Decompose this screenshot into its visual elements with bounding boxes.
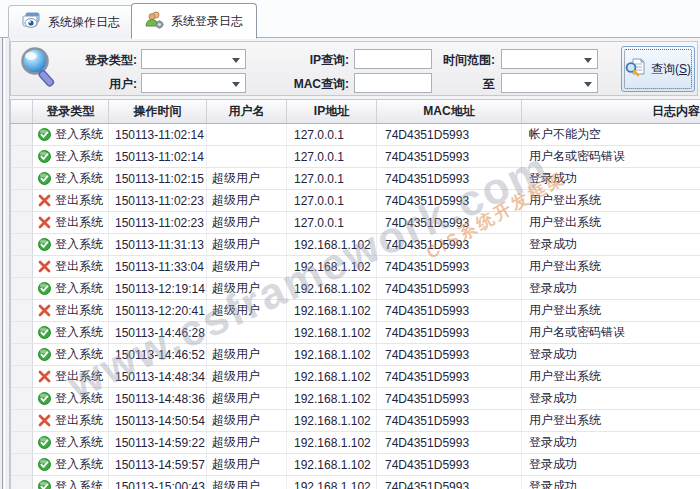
login-type-cell: 登出系统 [33,190,109,211]
login-type-cell: 登入系统 [33,168,109,189]
check-circle-icon [38,238,51,251]
ip-address-cell: 127.0.0.1 [287,212,377,233]
table-row[interactable]: 登入系统150113-11:02:15超级用户127.0.0.174D4351D… [11,168,700,190]
username-cell: 超级用户 [207,168,287,189]
table-header-row: 登录类型 操作时间 用户名 IP地址 MAC地址 日志内容 [11,100,700,124]
operation-time-cell: 150113-11:02:14 [109,124,207,145]
tab-bar: 系统操作日志 系统登录日志 [0,0,700,38]
log-content-cell: 登录成功 [522,388,700,409]
query-button[interactable]: 查询(S) [621,46,695,92]
log-content-cell: 登录成功 [522,454,700,475]
tab-system-operation-log[interactable]: 系统操作日志 [8,5,134,38]
mac-address-cell: 74D4351D5993 [377,212,522,233]
username-cell: 超级用户 [207,388,287,409]
mac-address-cell: 74D4351D5993 [377,146,522,167]
log-content-cell: 用户登出系统 [522,256,700,277]
username-cell: 超级用户 [207,256,287,277]
ip-address-cell: 127.0.0.1 [287,168,377,189]
login-type-cell: 登入系统 [33,322,109,343]
mac-address-cell: 74D4351D5993 [377,278,522,299]
username-cell [207,124,287,145]
table-row[interactable]: 登出系统150113-11:02:23超级用户127.0.0.174D4351D… [11,212,700,234]
username-cell [207,322,287,343]
header-mac-address[interactable]: MAC地址 [377,100,522,123]
row-selector-cell [11,322,33,343]
login-type-cell: 登入系统 [33,476,109,489]
table-row[interactable]: 登出系统150113-14:50:54超级用户192.168.1.10274D4… [11,410,700,432]
mac-address-cell: 74D4351D5993 [377,454,522,475]
operation-time-cell: 150113-11:02:14 [109,146,207,167]
cross-icon [38,370,51,383]
table-row[interactable]: 登入系统150113-14:59:57超级用户192.168.1.10274D4… [11,454,700,476]
splitter-grip-icon [2,38,5,489]
header-operation-time[interactable]: 操作时间 [109,100,207,123]
header-ip-address[interactable]: IP地址 [287,100,377,123]
cross-icon [38,260,51,273]
check-circle-icon [38,392,51,405]
ip-address-cell: 192.168.1.102 [287,388,377,409]
header-username[interactable]: 用户名 [207,100,287,123]
tab-system-login-log[interactable]: 系统登录日志 [131,3,257,39]
operation-time-cell: 150113-14:59:22 [109,432,207,453]
table-row[interactable]: 登入系统150113-14:46:28192.168.1.10274D4351D… [11,322,700,344]
window-eye-icon [22,12,42,32]
ip-address-cell: 192.168.1.102 [287,322,377,343]
time-from-select[interactable] [501,49,598,69]
username-cell: 超级用户 [207,234,287,255]
ip-address-cell: 192.168.1.102 [287,344,377,365]
mac-address-cell: 74D4351D5993 [377,256,522,277]
ip-query-label: IP查询: [261,51,349,69]
login-type-cell: 登入系统 [33,124,109,145]
login-type-cell: 登入系统 [33,454,109,475]
username-cell: 超级用户 [207,344,287,365]
ip-address-cell: 192.168.1.102 [287,300,377,321]
left-splitter[interactable] [0,38,10,489]
time-to-select[interactable] [501,73,598,93]
table-row[interactable]: 登入系统150113-14:59:22超级用户192.168.1.10274D4… [11,432,700,454]
username-cell: 超级用户 [207,190,287,211]
login-type-label: 登录类型: [71,51,137,69]
login-log-table: 登录类型 操作时间 用户名 IP地址 MAC地址 日志内容 登入系统150113… [10,99,700,489]
header-login-type[interactable]: 登录类型 [33,100,109,123]
table-row[interactable]: 登入系统150113-11:02:14127.0.0.174D4351D5993… [11,146,700,168]
query-button-label: 查询(S) [651,61,691,78]
table-row[interactable]: 登入系统150113-15:00:43超级用户192.168.1.10274D4… [11,476,700,489]
row-selector-cell [11,366,33,387]
chevron-down-icon [584,82,592,87]
row-selector-cell [11,410,33,431]
ip-address-cell: 192.168.1.102 [287,454,377,475]
row-selector-header [11,100,33,123]
table-row[interactable]: 登入系统150113-11:31:13超级用户192.168.1.10274D4… [11,234,700,256]
table-row[interactable]: 登出系统150113-12:20:41超级用户192.168.1.10274D4… [11,300,700,322]
ip-address-cell: 192.168.1.102 [287,278,377,299]
operation-time-cell: 150113-12:20:41 [109,300,207,321]
table-row[interactable]: 登出系统150113-11:02:23超级用户127.0.0.174D4351D… [11,190,700,212]
table-row[interactable]: 登入系统150113-14:48:36超级用户192.168.1.10274D4… [11,388,700,410]
check-circle-icon [38,348,51,361]
table-row[interactable]: 登出系统150113-11:33:04超级用户192.168.1.10274D4… [11,256,700,278]
check-circle-icon [38,150,51,163]
check-circle-icon [38,480,51,489]
login-type-cell: 登入系统 [33,146,109,167]
ip-address-cell: 192.168.1.102 [287,366,377,387]
header-log-content[interactable]: 日志内容 [522,100,700,123]
login-type-select[interactable] [141,49,246,69]
operation-time-cell: 150113-14:59:57 [109,454,207,475]
table-row[interactable]: 登出系统150113-14:48:34超级用户192.168.1.10274D4… [11,366,700,388]
user-select[interactable] [141,73,246,93]
mac-address-cell: 74D4351D5993 [377,432,522,453]
row-selector-cell [11,388,33,409]
tab-label: 系统登录日志 [171,13,243,30]
cross-icon [38,304,51,317]
login-type-cell: 登出系统 [33,366,109,387]
row-selector-cell [11,212,33,233]
log-content-cell: 用户登出系统 [522,212,700,233]
username-cell: 超级用户 [207,212,287,233]
login-type-cell: 登入系统 [33,432,109,453]
table-row[interactable]: 登入系统150113-12:19:14超级用户192.168.1.10274D4… [11,278,700,300]
operation-time-cell: 150113-11:31:13 [109,234,207,255]
table-row[interactable]: 登入系统150113-14:46:52超级用户192.168.1.10274D4… [11,344,700,366]
table-row[interactable]: 登入系统150113-11:02:14127.0.0.174D4351D5993… [11,124,700,146]
ip-address-cell: 127.0.0.1 [287,124,377,145]
ip-address-cell: 192.168.1.102 [287,432,377,453]
